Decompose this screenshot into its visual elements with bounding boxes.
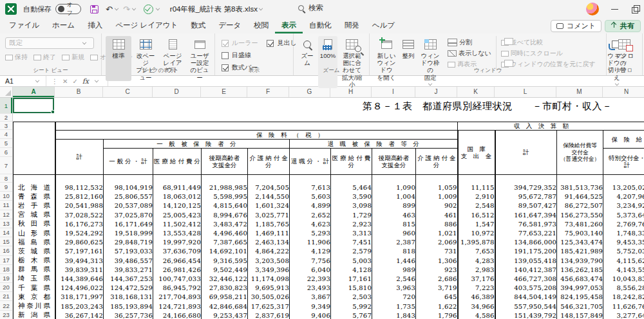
column-header-N[interactable]: N: [603, 87, 644, 97]
cell[interactable]: 2,387: [372, 238, 416, 247]
header-retired-group[interactable]: 退 職 被 保 険 者 等 分: [290, 140, 458, 149]
cell[interactable]: 20,541,988: [55, 201, 104, 210]
cell[interactable]: 318,168,131: [104, 293, 153, 302]
cell-prefecture[interactable]: 宮城県: [14, 210, 55, 219]
cell[interactable]: 557,950,544: [495, 302, 557, 311]
comments-button[interactable]: コメント: [551, 20, 601, 32]
cell[interactable]: 86,272,507: [557, 201, 603, 210]
cell[interactable]: 5,603: [290, 192, 331, 201]
cell[interactable]: 3,483,472: [202, 219, 248, 228]
column-header-M[interactable]: M: [556, 87, 603, 97]
sheet-canvas[interactable]: 第８－１表 都道府県別経理状況 －市町村・収入－ 収 入 決 算 額 保 険: [13, 98, 644, 319]
column-header-H[interactable]: H: [330, 87, 372, 97]
fx-chevron-icon[interactable]: [95, 78, 99, 82]
cell[interactable]: 2,503: [331, 293, 372, 302]
cell[interactable]: 36,267,142: [55, 311, 104, 319]
cell[interactable]: 3,313: [331, 228, 372, 237]
cell[interactable]: 46,389: [458, 293, 495, 302]
cell[interactable]: 4,129: [290, 247, 331, 256]
tab-review[interactable]: 校閲: [247, 18, 275, 33]
filename-chevron-icon[interactable]: [259, 6, 263, 10]
cell[interactable]: 16,512: [458, 210, 495, 219]
cell[interactable]: 144,389,646: [55, 274, 104, 283]
header-premium[interactable]: 保 険 料 （ 税 ）: [55, 131, 458, 140]
cell[interactable]: 7,204,505: [248, 183, 290, 192]
cell[interactable]: 134,866,000: [495, 238, 557, 247]
cell[interactable]: 6,040: [290, 265, 331, 274]
column-header-B[interactable]: B: [55, 87, 103, 97]
freeze-panes-button[interactable]: ウィンドウ枠の 固定: [417, 36, 443, 86]
cell-prefecture[interactable]: 栃木県: [14, 256, 55, 265]
split-button[interactable]: 分割: [448, 38, 491, 47]
macros-button[interactable]: マクロ: [611, 36, 638, 64]
cell[interactable]: 2,686: [416, 274, 458, 283]
cell[interactable]: 100,747,033: [153, 274, 202, 283]
cell[interactable]: 3,098: [331, 201, 372, 210]
cell[interactable]: 124,472,529: [104, 284, 153, 293]
cell[interactable]: 923: [416, 265, 458, 274]
column-header-A[interactable]: A: [13, 87, 55, 97]
cell[interactable]: 34,966: [458, 302, 495, 311]
cell[interactable]: [495, 175, 557, 183]
cell[interactable]: 136,262,185: [557, 265, 603, 274]
cell[interactable]: 148,157,849: [557, 311, 603, 319]
header-late-elderly2[interactable]: 後期高齢者 支援金分: [372, 149, 416, 175]
cell[interactable]: 7,613: [290, 183, 331, 192]
cell-sheet-title[interactable]: 第８－１表 都道府県別経理状況 －市町村・収入－: [363, 100, 612, 113]
cell[interactable]: 134,939,790: [557, 256, 603, 265]
cell[interactable]: 3,590: [331, 192, 372, 201]
tab-home[interactable]: ホーム: [46, 18, 81, 33]
cell[interactable]: 15,810: [331, 284, 372, 293]
cell[interactable]: 11,115: [458, 183, 495, 192]
cell[interactable]: 3,963: [372, 284, 416, 293]
cell[interactable]: 14,692,101: [202, 247, 248, 256]
cell[interactable]: 394,729,352: [495, 183, 557, 192]
name-box[interactable]: A1: [0, 76, 46, 86]
header-retired-total[interactable]: 退 職 分 ・ 計: [290, 149, 331, 175]
cell[interactable]: 3,025,771: [248, 210, 290, 219]
tab-automate[interactable]: 自動化: [303, 18, 338, 33]
cell[interactable]: 466,727,308: [495, 274, 557, 283]
cell[interactable]: 9,695,913: [248, 284, 290, 293]
column-header-F[interactable]: F: [247, 87, 289, 97]
header-medical2[interactable]: 医 療 給 付 費 分: [331, 149, 372, 175]
tab-data[interactable]: データ: [212, 18, 247, 33]
cell[interactable]: 68,911,449: [153, 183, 202, 192]
cell[interactable]: 9,453,358: [603, 238, 644, 247]
cell[interactable]: 2,144,550: [248, 192, 290, 201]
avatar[interactable]: [586, 3, 599, 15]
cell[interactable]: 2,579: [331, 247, 372, 256]
cell[interactable]: 456,683,474: [557, 274, 603, 283]
header-nursing[interactable]: 介 護 納 付 金 分: [248, 149, 290, 175]
cell[interactable]: 5,767: [331, 311, 372, 319]
cell[interactable]: 4,283: [458, 256, 495, 265]
cell[interactable]: 11,502,412: [153, 219, 202, 228]
cell[interactable]: 1,735: [372, 302, 416, 311]
tab-view[interactable]: 表示: [275, 18, 303, 33]
cell[interactable]: 5,598,995: [202, 192, 248, 201]
arrange-all-button[interactable]: 整列: [399, 36, 417, 59]
cell[interactable]: [331, 175, 372, 183]
cell[interactable]: 2,769,760: [603, 219, 644, 228]
cell-prefecture[interactable]: 岩手県: [14, 201, 55, 210]
row-header-7[interactable]: 7: [0, 157, 12, 174]
cell[interactable]: 19,524,292: [55, 228, 104, 237]
zoom-button[interactable]: ズーム: [298, 36, 317, 88]
restore-button[interactable]: [631, 5, 640, 14]
cell-prefecture[interactable]: 山形県: [14, 228, 55, 237]
cell[interactable]: 37,176: [458, 274, 495, 283]
row-header-13[interactable]: 13: [0, 219, 12, 228]
cell[interactable]: 1,843: [372, 311, 416, 319]
cell[interactable]: 815: [372, 219, 416, 228]
check-circle-addin-icon[interactable]: [144, 5, 153, 14]
cell[interactable]: 3,234,920: [603, 201, 644, 210]
cell[interactable]: 4,864,222: [248, 247, 290, 256]
addin-chevron-icon[interactable]: [156, 6, 160, 10]
cell[interactable]: 1,622: [416, 302, 458, 311]
cell[interactable]: 4,496,460: [202, 228, 248, 237]
row-header-23[interactable]: 23: [0, 311, 12, 319]
cell[interactable]: [202, 175, 248, 183]
cell-prefecture[interactable]: 茨城県: [14, 247, 55, 256]
cell[interactable]: 5,464: [331, 183, 372, 192]
cell[interactable]: 1,306: [416, 256, 458, 265]
